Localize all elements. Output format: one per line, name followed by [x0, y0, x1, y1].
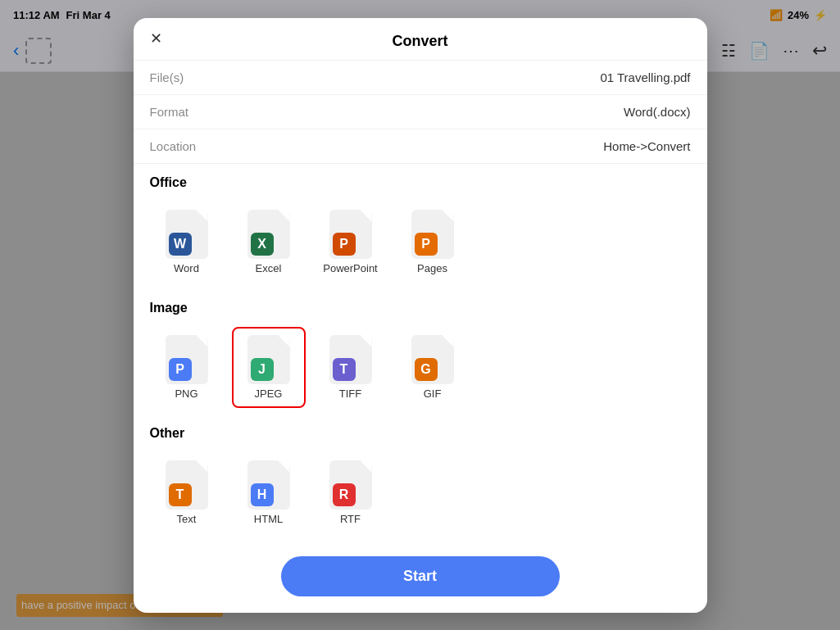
pages-label: Pages: [417, 262, 447, 274]
format-row: Format Word(.docx): [134, 95, 707, 129]
modal-title: Convert: [392, 33, 447, 50]
word-label: Word: [174, 262, 199, 274]
tiff-label: TIFF: [339, 388, 361, 400]
format-tiff[interactable]: T TIFF: [314, 327, 388, 408]
format-png[interactable]: P PNG: [150, 327, 224, 408]
format-value: Word(.docx): [624, 105, 690, 119]
text-icon: T: [166, 460, 208, 510]
format-text[interactable]: T Text: [150, 452, 224, 533]
tiff-icon: T: [329, 335, 372, 384]
location-row: Location Home->Convert: [134, 129, 707, 164]
word-icon: W: [166, 210, 208, 259]
gif-label: GIF: [424, 388, 442, 400]
pages-badge: P: [415, 233, 438, 256]
location-value: Home->Convert: [603, 139, 690, 153]
format-label: Format: [150, 105, 189, 119]
files-value: 01 Travelling.pdf: [600, 70, 690, 84]
jpeg-label: JPEG: [255, 388, 283, 400]
jpeg-badge: J: [251, 358, 274, 381]
format-html[interactable]: H HTML: [232, 452, 306, 533]
rtf-label: RTF: [340, 513, 361, 525]
excel-badge: X: [251, 233, 274, 256]
excel-icon: X: [247, 210, 290, 259]
word-badge: W: [169, 233, 192, 256]
pages-icon: P: [411, 210, 454, 259]
rtf-icon: R: [329, 460, 372, 510]
location-label: Location: [150, 139, 197, 153]
jpeg-icon: J: [247, 335, 290, 384]
other-grid: T Text H HTML R: [134, 446, 707, 540]
gif-badge: G: [415, 358, 438, 381]
powerpoint-icon: P: [329, 210, 372, 259]
format-word[interactable]: W Word: [150, 202, 224, 283]
start-button[interactable]: Start: [281, 556, 560, 596]
powerpoint-badge: P: [333, 233, 356, 256]
html-icon: H: [247, 460, 290, 510]
format-rtf[interactable]: R RTF: [314, 452, 388, 533]
rtf-badge: R: [333, 483, 356, 506]
modal-header: ✕ Convert: [134, 18, 707, 61]
text-badge: T: [169, 483, 192, 506]
format-gif[interactable]: G GIF: [396, 327, 470, 408]
excel-label: Excel: [256, 262, 282, 274]
image-grid: P PNG J JPEG T: [134, 320, 707, 415]
office-grid: W Word X Excel P: [134, 195, 707, 289]
text-label: Text: [177, 513, 197, 525]
format-powerpoint[interactable]: P PowerPoint: [314, 202, 388, 283]
html-label: HTML: [254, 513, 283, 525]
tiff-badge: T: [333, 358, 356, 381]
modal-overlay: ✕ Convert File(s) 01 Travelling.pdf Form…: [0, 0, 840, 630]
png-badge: P: [169, 358, 192, 381]
format-excel[interactable]: X Excel: [232, 202, 306, 283]
format-pages[interactable]: P Pages: [396, 202, 470, 283]
files-label: File(s): [150, 70, 184, 84]
png-icon: P: [166, 335, 208, 384]
gif-icon: G: [411, 335, 454, 384]
image-section-label: Image: [134, 289, 707, 320]
convert-modal: ✕ Convert File(s) 01 Travelling.pdf Form…: [134, 18, 707, 613]
modal-close-button[interactable]: ✕: [150, 31, 162, 46]
other-section-label: Other: [134, 415, 707, 446]
start-button-container: Start: [134, 540, 707, 613]
files-row: File(s) 01 Travelling.pdf: [134, 61, 707, 95]
office-section-label: Office: [134, 164, 707, 195]
format-jpeg[interactable]: J JPEG: [232, 327, 306, 408]
powerpoint-label: PowerPoint: [323, 262, 377, 274]
png-label: PNG: [175, 388, 198, 400]
html-badge: H: [251, 483, 274, 506]
